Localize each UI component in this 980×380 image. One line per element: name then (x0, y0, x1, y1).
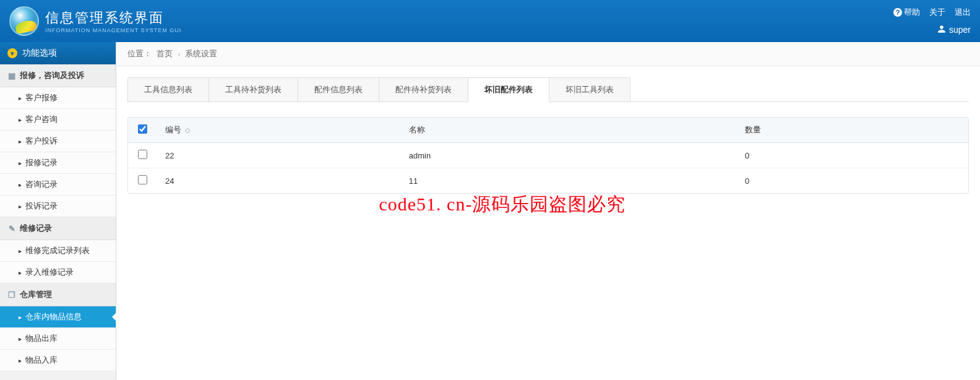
sidebar-item-label: 仓库内物品信息 (25, 311, 82, 322)
sidebar-item-label: 客户报修 (25, 92, 58, 103)
function-header-label: 功能选项 (22, 48, 57, 59)
table-wrap: 编号 ◇ 名称 数量 22admin024110 (127, 117, 969, 194)
sidebar-item-label: 录入维修记录 (25, 267, 74, 278)
section-title: 仓库管理 (20, 289, 52, 300)
cell-name: admin (400, 143, 736, 168)
section-icon: ❐ (7, 290, 16, 299)
col-id-label: 编号 (165, 125, 181, 134)
caret-right-icon: ▸ (19, 138, 22, 145)
caret-right-icon: ▸ (19, 314, 22, 321)
col-header-id[interactable]: 编号 ◇ (157, 118, 400, 143)
logo-icon (9, 6, 39, 36)
sidebar-section-header[interactable]: ❐仓库管理 (0, 283, 116, 306)
table-row: 22admin0 (128, 143, 968, 168)
sidebar-item-label: 投诉记录 (25, 201, 58, 212)
chevron-down-icon: ▾ (7, 48, 17, 58)
sidebar-item[interactable]: ▸物品出库 (0, 328, 116, 350)
user-icon (937, 25, 946, 35)
content: 位置： 首页 › 系统设置 工具信息列表工具待补货列表配件信息列表配件待补货列表… (116, 42, 980, 380)
help-link[interactable]: ?帮助 (893, 7, 920, 18)
sidebar: ▾ 功能选项 ▦报修，咨询及投诉▸客户报修▸客户咨询▸客户投诉▸报修记录▸咨询记… (0, 42, 116, 380)
cell-id: 24 (157, 168, 400, 194)
breadcrumb-current[interactable]: 系统设置 (185, 48, 217, 59)
caret-right-icon: ▸ (19, 335, 22, 342)
main-area: 工具信息列表工具待补货列表配件信息列表配件待补货列表坏旧配件列表坏旧工具列表 编… (116, 66, 980, 205)
col-header-qty[interactable]: 数量 (736, 118, 968, 143)
cell-check (128, 168, 157, 194)
body-wrap: ▾ 功能选项 ▦报修，咨询及投诉▸客户报修▸客户咨询▸客户投诉▸报修记录▸咨询记… (0, 42, 980, 380)
sidebar-item[interactable]: ▸物品入库 (0, 350, 116, 371)
sidebar-item-label: 咨询记录 (25, 179, 58, 190)
logout-link[interactable]: 退出 (955, 7, 971, 18)
tabs: 工具信息列表工具待补货列表配件信息列表配件待补货列表坏旧配件列表坏旧工具列表 (127, 77, 969, 102)
sidebar-item[interactable]: ▸报修记录 (0, 152, 116, 174)
cell-qty: 0 (736, 143, 968, 168)
row-checkbox[interactable] (138, 150, 147, 159)
sidebar-item[interactable]: ▸维修完成记录列表 (0, 240, 116, 262)
top-links: ?帮助 关于 退出 (893, 7, 971, 18)
sidebar-item-label: 客户投诉 (25, 136, 58, 147)
tab[interactable]: 坏旧配件列表 (468, 77, 549, 102)
caret-right-icon: ▸ (19, 203, 22, 210)
title-block: 信息管理系统界面 INFORMATION MANAGEMENT SYSTEM G… (45, 9, 181, 33)
caret-right-icon: ▸ (19, 95, 22, 101)
select-all-checkbox[interactable] (138, 124, 147, 134)
cell-id: 22 (157, 143, 400, 168)
sort-icon: ◇ (185, 126, 190, 134)
tab[interactable]: 坏旧工具列表 (549, 77, 630, 101)
data-table: 编号 ◇ 名称 数量 22admin024110 (128, 118, 968, 193)
sidebar-item-label: 物品出库 (25, 333, 58, 344)
cell-check (128, 143, 157, 168)
function-header[interactable]: ▾ 功能选项 (0, 42, 116, 64)
help-icon: ? (893, 8, 902, 17)
logo-area: 信息管理系统界面 INFORMATION MANAGEMENT SYSTEM G… (9, 6, 181, 36)
about-link[interactable]: 关于 (929, 7, 945, 18)
breadcrumb-sep: › (178, 50, 180, 59)
sidebar-item[interactable]: ▸录入维修记录 (0, 262, 116, 283)
section-title: 维修记录 (20, 223, 52, 234)
sidebar-item[interactable]: ▸咨询记录 (0, 174, 116, 196)
caret-right-icon: ▸ (19, 181, 22, 188)
row-checkbox[interactable] (138, 175, 147, 184)
sidebar-item[interactable]: ▸客户投诉 (0, 131, 116, 152)
breadcrumb: 位置： 首页 › 系统设置 (116, 42, 980, 66)
sidebar-section-header[interactable]: ▦报修，咨询及投诉 (0, 64, 116, 87)
tab[interactable]: 配件待补货列表 (379, 77, 468, 101)
col-header-check (128, 118, 157, 143)
cell-qty: 0 (736, 168, 968, 194)
cell-name: 11 (400, 168, 736, 194)
caret-right-icon: ▸ (19, 248, 22, 254)
app-title: 信息管理系统界面 (45, 9, 181, 27)
user-name: super (949, 25, 971, 35)
caret-right-icon: ▸ (19, 116, 22, 123)
app-subtitle: INFORMATION MANAGEMENT SYSTEM GUI (45, 27, 181, 33)
caret-right-icon: ▸ (19, 160, 22, 166)
tab[interactable]: 配件信息列表 (298, 77, 379, 101)
sidebar-item-label: 报修记录 (25, 157, 58, 168)
header-right: ?帮助 关于 退出 super (893, 0, 971, 42)
user-link[interactable]: super (937, 25, 971, 35)
breadcrumb-label: 位置： (127, 48, 152, 59)
breadcrumb-home[interactable]: 首页 (157, 48, 173, 59)
sidebar-item[interactable]: ▸仓库内物品信息 (0, 306, 116, 328)
section-icon: ▦ (7, 71, 16, 80)
sidebar-section-header[interactable]: ✎维修记录 (0, 217, 116, 240)
col-header-name[interactable]: 名称 (400, 118, 736, 143)
sidebar-item-label: 客户咨询 (25, 114, 58, 125)
section-title: 报修，咨询及投诉 (20, 70, 84, 81)
sidebar-item[interactable]: ▸客户报修 (0, 87, 116, 109)
app-header: 信息管理系统界面 INFORMATION MANAGEMENT SYSTEM G… (0, 0, 980, 42)
sidebar-item[interactable]: ▸投诉记录 (0, 196, 116, 217)
section-icon: ✎ (7, 224, 16, 233)
table-row: 24110 (128, 168, 968, 194)
tab[interactable]: 工具信息列表 (127, 77, 209, 101)
caret-right-icon: ▸ (19, 269, 22, 276)
help-label: 帮助 (904, 7, 920, 18)
sidebar-item-label: 维修完成记录列表 (25, 245, 90, 256)
sidebar-item[interactable]: ▸客户咨询 (0, 109, 116, 131)
caret-right-icon: ▸ (19, 357, 22, 364)
tab[interactable]: 工具待补货列表 (208, 77, 298, 101)
sidebar-item-label: 物品入库 (25, 355, 58, 366)
